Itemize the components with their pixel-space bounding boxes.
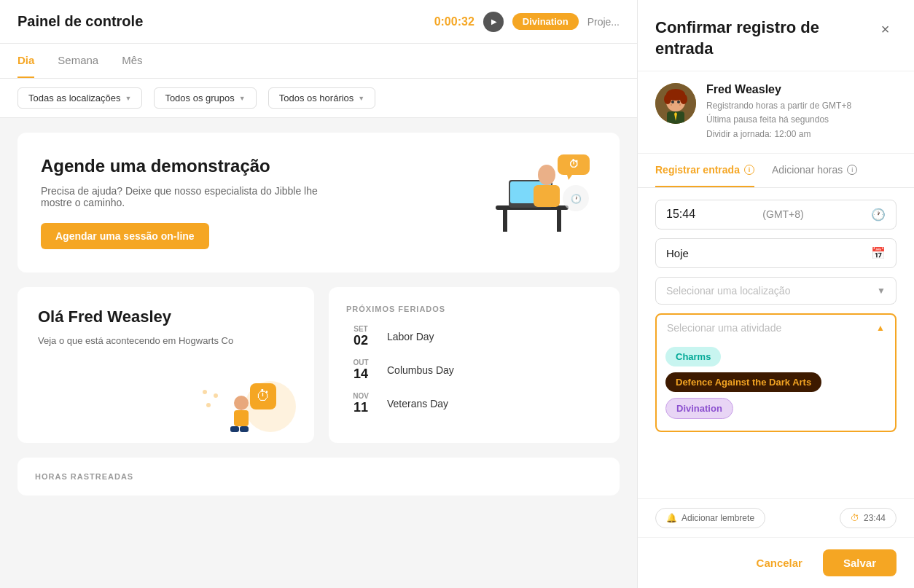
demo-schedule-button[interactable]: Agendar uma sessão on-line — [41, 223, 209, 249]
add-reminder-button[interactable]: 🔔 Adicionar lembrete — [655, 508, 765, 528]
close-button[interactable]: × — [874, 17, 897, 41]
svg-point-21 — [206, 403, 211, 407]
deco-dots — [198, 385, 227, 414]
timer-badge: ⏱ 23:44 — [840, 508, 897, 528]
activity-item-divination[interactable]: Divination — [665, 398, 886, 425]
activity-chip-dada[interactable]: Defence Against the Dark Arts — [665, 372, 821, 392]
header-right: 0:00:32 Divination Proje... — [434, 12, 620, 32]
clock-icon: 🕐 — [871, 208, 886, 222]
modal-footer-row: 🔔 Adicionar lembrete ⏱ 23:44 — [638, 498, 914, 537]
svg-point-32 — [679, 104, 681, 106]
svg-text:⏱: ⏱ — [569, 158, 579, 170]
activity-chip-charms[interactable]: Charms — [665, 347, 721, 366]
activity-select-open: Selecionar uma atividade ▲ Charms Defenc… — [655, 313, 897, 432]
play-button[interactable] — [483, 12, 504, 32]
modal-header: Confirmar registro de entrada × — [638, 0, 914, 71]
register-info-icon: i — [744, 165, 754, 175]
svg-point-29 — [671, 101, 674, 103]
holiday-item-0: SET 02 Labor Day — [346, 325, 602, 348]
location-select[interactable]: Selecionar uma localização ▼ — [655, 277, 897, 305]
timer-display: 0:00:32 — [434, 15, 474, 28]
reminder-icon: 🔔 — [666, 513, 677, 523]
project-label: Proje... — [587, 16, 620, 28]
main-tabs: Dia Semana Mês — [0, 44, 637, 79]
groups-filter[interactable]: Todos os grupos — [154, 87, 256, 109]
filters-bar: Todas as localizações Todos os grupos To… — [0, 79, 637, 118]
demo-illustration: ⏱ 🕐 — [452, 140, 598, 242]
chevron-down-icon: ▼ — [877, 286, 886, 296]
svg-point-26 — [680, 94, 687, 104]
timer-badge-value: 23:44 — [864, 513, 886, 523]
time-field[interactable]: 15:44 (GMT+8) 🕐 — [655, 200, 897, 230]
svg-point-31 — [671, 104, 672, 106]
main-panel: Painel de controle 0:00:32 Divination Pr… — [0, 0, 637, 588]
schedules-filter[interactable]: Todos os horários — [268, 87, 376, 109]
svg-point-25 — [664, 94, 671, 104]
location-field-row: Selecionar uma localização ▼ — [655, 277, 897, 305]
holiday-item-2: NOV 11 Veterans Day — [346, 392, 602, 415]
activity-placeholder: Selecionar uma atividade — [667, 322, 781, 334]
avatar-image — [655, 83, 696, 124]
date-value: Hoje — [666, 247, 689, 259]
add-hours-info-icon: i — [847, 165, 857, 175]
holidays-title: PRÓXIMOS FERIADOS — [346, 305, 602, 313]
tab-semana[interactable]: Semana — [58, 44, 98, 78]
activity-item-charms[interactable]: Charms — [665, 347, 886, 372]
location-placeholder: Selecionar uma localização — [666, 285, 790, 297]
welcome-text: Veja o que está acontecendo em Hogwarts … — [38, 335, 294, 346]
activity-field-row: Selecionar uma atividade ▲ Charms Defenc… — [655, 313, 897, 432]
svg-rect-1 — [503, 210, 507, 232]
svg-point-15 — [234, 396, 249, 410]
calendar-icon: 📅 — [871, 246, 886, 260]
save-button[interactable]: Salvar — [823, 549, 897, 576]
svg-marker-9 — [567, 175, 572, 180]
tab-mes[interactable]: Mês — [122, 44, 142, 78]
page-title: Painel de controle — [17, 13, 434, 30]
svg-rect-16 — [234, 410, 249, 426]
time-zone: (GMT+8) — [762, 208, 803, 220]
modal-panel: Confirmar registro de entrada × — [637, 0, 914, 588]
svg-text:🕐: 🕐 — [571, 193, 582, 204]
user-name: Fred Weasley — [706, 83, 851, 96]
demo-card: Agende uma demonstração Precisa de ajuda… — [17, 133, 620, 273]
time-field-row: 15:44 (GMT+8) 🕐 — [655, 200, 897, 230]
tab-dia[interactable]: Dia — [17, 44, 34, 78]
holidays-card: PRÓXIMOS FERIADOS SET 02 Labor Day OUT 1… — [329, 287, 620, 443]
chevron-up-icon: ▲ — [876, 323, 885, 333]
timer-badge-icon: ⏱ — [851, 513, 859, 523]
modal-actions: Cancelar Salvar — [638, 537, 914, 588]
welcome-illustration: ⏱ — [219, 363, 307, 436]
svg-point-20 — [214, 393, 218, 398]
activity-item-dada[interactable]: Defence Against the Dark Arts — [665, 372, 886, 398]
welcome-card: Olá Fred Weasley Veja o que está acontec… — [17, 287, 314, 443]
date-field[interactable]: Hoje 📅 — [655, 238, 897, 268]
date-field-row: Hoje 📅 — [655, 238, 897, 268]
hours-title: HORAS RASTREADAS — [35, 472, 602, 481]
welcome-section: Olá Fred Weasley Veja o que está acontec… — [17, 287, 620, 443]
cancel-button[interactable]: Cancelar — [745, 549, 814, 576]
svg-point-19 — [203, 390, 207, 394]
tab-register-entry[interactable]: Registrar entrada i — [655, 154, 754, 187]
time-value: 15:44 — [666, 208, 695, 221]
user-info: Fred Weasley Registrando horas a partir … — [638, 71, 914, 154]
activity-chip-divination[interactable]: Divination — [665, 398, 733, 419]
svg-rect-17 — [230, 426, 239, 432]
activity-select-header[interactable]: Selecionar uma atividade ▲ — [657, 315, 895, 341]
svg-rect-18 — [240, 426, 249, 432]
svg-point-30 — [677, 101, 680, 103]
modal-tabs: Registrar entrada i Adicionar horas i — [638, 154, 914, 188]
svg-rect-2 — [557, 210, 561, 232]
welcome-title: Olá Fred Weasley — [38, 307, 294, 326]
header: Painel de controle 0:00:32 Divination Pr… — [0, 0, 637, 44]
modal-title: Confirmar registro de entrada — [655, 17, 874, 59]
hours-section: HORAS RASTREADAS — [17, 458, 620, 495]
activity-dropdown: Charms Defence Against the Dark Arts Div… — [657, 341, 895, 431]
svg-text:⏱: ⏱ — [256, 388, 270, 404]
locations-filter[interactable]: Todas as localizações — [17, 87, 142, 109]
tab-add-hours[interactable]: Adicionar horas i — [772, 154, 857, 187]
demo-card-text: Precisa de ajuda? Deixe que nosso especi… — [41, 185, 347, 208]
holiday-item-1: OUT 14 Columbus Day — [346, 358, 602, 382]
avatar — [655, 83, 696, 124]
form-body: 15:44 (GMT+8) 🕐 Hoje 📅 Selecionar uma lo… — [638, 188, 914, 498]
active-project-tag[interactable]: Divination — [512, 13, 579, 30]
